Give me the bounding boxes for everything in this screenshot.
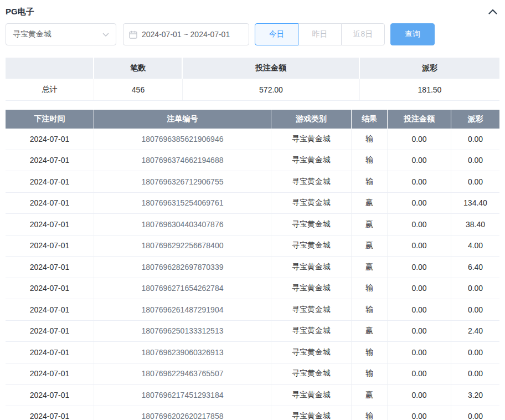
calendar-icon [129, 30, 137, 39]
page-title: PG电子 [6, 7, 34, 17]
result-cell: 输 [352, 129, 388, 150]
summary-header-blank [6, 58, 94, 79]
table-row: 2024-07-011807696326712906755寻宝黄金城输0.000… [6, 171, 499, 193]
bet-table: 下注时间 注单编号 游戏类别 结果 投注金额 派彩 2024-07-011807… [6, 110, 499, 420]
header-game-type: 游戏类别 [271, 110, 352, 129]
table-row: 2024-07-011807696239060326913寻宝黄金城输0.000… [6, 342, 499, 363]
payout-cell: 0.00 [451, 171, 499, 192]
quick-range-button-0[interactable]: 今日 [255, 23, 298, 45]
quick-range-button-2[interactable]: 近8日 [341, 23, 385, 45]
payout-cell: 38.40 [451, 214, 499, 235]
order-id-cell: 1807696385621906946 [94, 129, 271, 150]
header-bet-amount: 投注金额 [388, 110, 451, 129]
game-type-cell: 寻宝黄金城 [271, 235, 352, 257]
table-row: 2024-07-011807696229463765507寻宝黄金城输0.000… [6, 363, 499, 385]
quick-range-button-1[interactable]: 昨日 [298, 23, 342, 45]
payout-cell: 2.40 [451, 321, 499, 342]
header-bet-time: 下注时间 [6, 110, 94, 129]
result-cell: 赢 [352, 321, 388, 342]
bet-amount-cell: 0.00 [388, 257, 451, 278]
payout-cell: 3.20 [451, 385, 499, 406]
bet-time-cell: 2024-07-01 [6, 278, 94, 299]
table-row: 2024-07-011807696282697870339寻宝黄金城赢0.006… [6, 257, 499, 278]
summary-count-value: 456 [94, 79, 183, 100]
game-type-cell: 寻宝黄金城 [271, 171, 352, 192]
collapse-button[interactable] [486, 5, 499, 18]
result-cell: 赢 [352, 193, 388, 214]
order-id-cell: 1807696202620217858 [94, 406, 271, 420]
bet-time-cell: 2024-07-01 [6, 150, 94, 171]
summary-header-count: 笔数 [94, 58, 183, 79]
bet-time-cell: 2024-07-01 [6, 321, 94, 342]
header-order-id: 注单编号 [94, 110, 271, 129]
result-cell: 输 [352, 150, 388, 171]
table-row: 2024-07-011807696250133312513寻宝黄金城赢0.002… [6, 321, 499, 342]
summary-header-bet-amount: 投注金额 [183, 58, 360, 79]
table-row: 2024-07-011807696217451293184寻宝黄金城赢0.003… [6, 385, 499, 406]
order-id-cell: 1807696229463765507 [94, 363, 271, 385]
bet-time-cell: 2024-07-01 [6, 257, 94, 278]
order-id-cell: 1807696304403407876 [94, 214, 271, 235]
table-row: 2024-07-011807696261487291904寻宝黄金城输0.000… [6, 299, 499, 321]
table-row: 2024-07-011807696304403407876寻宝黄金城赢0.003… [6, 214, 499, 235]
game-type-cell: 寻宝黄金城 [271, 299, 352, 320]
bet-amount-cell: 0.00 [388, 342, 451, 363]
game-select[interactable]: 寻宝黄金城 [6, 23, 116, 45]
bet-amount-cell: 0.00 [388, 385, 451, 406]
order-id-cell: 1807696250133312513 [94, 321, 271, 342]
payout-cell: 0.00 [451, 150, 499, 171]
bet-amount-cell: 0.00 [388, 171, 451, 192]
search-button[interactable]: 查询 [390, 23, 435, 45]
summary-bet-amount-value: 572.00 [183, 79, 360, 100]
payout-cell: 134.40 [451, 193, 499, 214]
panel-header: PG电子 [6, 3, 499, 20]
bet-time-cell: 2024-07-01 [6, 299, 94, 320]
game-select-value: 寻宝黄金城 [13, 29, 51, 39]
game-type-cell: 寻宝黄金城 [271, 278, 352, 299]
result-cell: 赢 [352, 235, 388, 257]
bet-amount-cell: 0.00 [388, 299, 451, 320]
table-row: 2024-07-011807696292256678400寻宝黄金城赢0.004… [6, 235, 499, 257]
bet-amount-cell: 0.00 [388, 214, 451, 235]
bet-time-cell: 2024-07-01 [6, 214, 94, 235]
summary-header-payout: 派彩 [360, 58, 499, 79]
order-id-cell: 1807696315254069761 [94, 193, 271, 214]
game-type-cell: 寻宝黄金城 [271, 150, 352, 171]
result-cell: 输 [352, 171, 388, 192]
table-row: 2024-07-011807696202620217858寻宝黄金城输0.000… [6, 406, 499, 420]
order-id-cell: 1807696261487291904 [94, 299, 271, 320]
table-row: 2024-07-011807696374662194688寻宝黄金城输0.000… [6, 150, 499, 172]
payout-cell: 0.00 [451, 129, 499, 150]
payout-cell: 0.00 [451, 363, 499, 385]
summary-header-row: 笔数 投注金额 派彩 [6, 58, 499, 79]
bet-amount-cell: 0.00 [388, 363, 451, 385]
order-id-cell: 1807696292256678400 [94, 235, 271, 257]
summary-table: 笔数 投注金额 派彩 总计 456 572.00 181.50 [6, 58, 499, 101]
date-range-input[interactable]: 2024-07-01 ~ 2024-07-01 [123, 23, 249, 45]
chevron-up-icon [488, 8, 497, 16]
order-id-cell: 1807696271654262784 [94, 278, 271, 299]
result-cell: 赢 [352, 385, 388, 406]
summary-total-row: 总计 456 572.00 181.50 [6, 79, 499, 101]
bet-amount-cell: 0.00 [388, 193, 451, 214]
result-cell: 输 [352, 342, 388, 363]
header-result: 结果 [352, 110, 388, 129]
quick-range-button-group: 今日昨日近8日 [255, 23, 385, 45]
bet-amount-cell: 0.00 [388, 406, 451, 420]
bet-table-header-row: 下注时间 注单编号 游戏类别 结果 投注金额 派彩 [6, 110, 499, 129]
bet-time-cell: 2024-07-01 [6, 406, 94, 420]
filter-bar: 寻宝黄金城 2024-07-01 ~ 2024-07-01 今日昨日近8日 查询 [6, 23, 499, 45]
payout-cell: 0.00 [451, 406, 499, 420]
game-type-cell: 寻宝黄金城 [271, 257, 352, 278]
order-id-cell: 1807696282697870339 [94, 257, 271, 278]
bet-table-body: 2024-07-011807696385621906946寻宝黄金城输0.000… [6, 129, 499, 420]
game-type-cell: 寻宝黄金城 [271, 321, 352, 342]
bet-amount-cell: 0.00 [388, 150, 451, 171]
game-type-cell: 寻宝黄金城 [271, 193, 352, 214]
result-cell: 赢 [352, 257, 388, 278]
payout-cell: 0.00 [451, 278, 499, 299]
header-payout: 派彩 [451, 110, 499, 129]
result-cell: 输 [352, 299, 388, 320]
game-type-cell: 寻宝黄金城 [271, 342, 352, 363]
order-id-cell: 1807696239060326913 [94, 342, 271, 363]
